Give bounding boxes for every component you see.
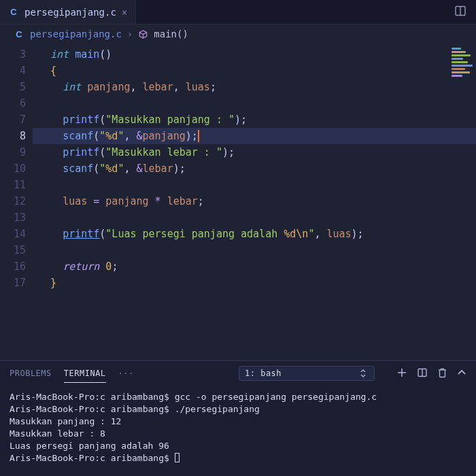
- line-number: 15: [0, 242, 26, 258]
- line-number: 5: [0, 79, 26, 95]
- code-line[interactable]: printf("Masukkan lebar : ");: [35, 144, 476, 160]
- code-line[interactable]: [35, 177, 476, 193]
- code-line[interactable]: scanf("%d", &lebar);: [35, 160, 476, 177]
- editor[interactable]: 34567891011121314151617 int main() { int…: [0, 45, 476, 356]
- code-line[interactable]: scanf("%d", &panjang);: [33, 128, 476, 144]
- terminal-line: Aris-MacBook-Pro:c aribambang$ gcc -o pe…: [10, 391, 466, 403]
- code-line[interactable]: int panjang, lebar, luas;: [35, 79, 476, 95]
- code-area[interactable]: int main() { int panjang, lebar, luas; p…: [35, 46, 476, 291]
- split-editor-icon[interactable]: [445, 5, 476, 19]
- editor-cursor: [198, 130, 199, 142]
- code-line[interactable]: {: [35, 63, 476, 79]
- chevron-right-icon: ›: [127, 29, 133, 39]
- breadcrumb[interactable]: C persegipanjang.c › main(): [0, 24, 476, 45]
- c-file-icon: C: [8, 7, 19, 18]
- line-number: 14: [0, 226, 26, 242]
- line-number: 13: [0, 209, 26, 226]
- select-arrows-icon: [358, 369, 369, 377]
- line-number: 6: [0, 95, 26, 112]
- code-line[interactable]: luas = panjang * lebar;: [35, 193, 476, 209]
- panel-tab-bar: PROBLEMS TERMINAL ··· 1: bash: [0, 361, 476, 386]
- line-number: 12: [0, 193, 26, 209]
- line-number: 10: [0, 160, 26, 177]
- panel-more-icon[interactable]: ···: [118, 369, 134, 378]
- tab-title: persegipanjang.c: [24, 7, 116, 18]
- line-number: 16: [0, 258, 26, 275]
- line-number: 8: [0, 128, 26, 144]
- breadcrumb-file: persegipanjang.c: [30, 29, 122, 39]
- line-number: 11: [0, 177, 26, 193]
- terminal-line: Masukkan panjang : 12: [10, 415, 466, 428]
- code-line[interactable]: [35, 242, 476, 258]
- kill-terminal-icon[interactable]: [437, 367, 447, 380]
- line-number: 7: [0, 112, 26, 128]
- line-number: 17: [0, 275, 26, 291]
- terminal-select-label: 1: bash: [245, 369, 282, 378]
- editor-tab[interactable]: C persegipanjang.c ×: [0, 0, 136, 24]
- code-line[interactable]: }: [35, 275, 476, 291]
- breadcrumb-symbol: main(): [154, 29, 188, 39]
- terminal-line: Aris-MacBook-Pro:c aribambang$: [10, 452, 466, 464]
- terminal-line: Aris-MacBook-Pro:c aribambang$ ./persegi…: [10, 403, 466, 415]
- terminal-line: Luas persegi panjang adalah 96: [10, 440, 466, 452]
- code-line[interactable]: printf("Luas persegi panjang adalah %d\n…: [35, 226, 476, 242]
- tab-bar: C persegipanjang.c ×: [0, 0, 476, 24]
- c-file-icon: C: [14, 29, 24, 39]
- terminal-output[interactable]: Aris-MacBook-Pro:c aribambang$ gcc -o pe…: [0, 386, 476, 476]
- new-terminal-icon[interactable]: [396, 367, 407, 380]
- minimap[interactable]: [450, 46, 473, 87]
- terminal-select[interactable]: 1: bash: [239, 366, 375, 381]
- split-terminal-icon[interactable]: [417, 367, 428, 380]
- tab-problems[interactable]: PROBLEMS: [10, 369, 52, 378]
- maximize-panel-icon[interactable]: [457, 369, 466, 378]
- tab-terminal[interactable]: TERMINAL: [64, 369, 106, 383]
- close-tab-icon[interactable]: ×: [122, 7, 127, 18]
- line-number: 3: [0, 46, 26, 63]
- line-number: 4: [0, 63, 26, 79]
- code-line[interactable]: return 0;: [35, 258, 476, 275]
- code-line[interactable]: [35, 209, 476, 226]
- line-number: 9: [0, 144, 26, 160]
- code-line[interactable]: printf("Masukkan panjang : ");: [35, 112, 476, 128]
- code-line[interactable]: int main(): [35, 46, 476, 63]
- symbol-method-icon: [138, 29, 148, 39]
- terminal-cursor: [175, 453, 180, 462]
- line-number-gutter: 34567891011121314151617: [0, 46, 35, 291]
- terminal-line: Masukkan lebar : 8: [10, 428, 466, 440]
- code-line[interactable]: [35, 95, 476, 112]
- bottom-panel: PROBLEMS TERMINAL ··· 1: bash Aris-Ma: [0, 360, 476, 476]
